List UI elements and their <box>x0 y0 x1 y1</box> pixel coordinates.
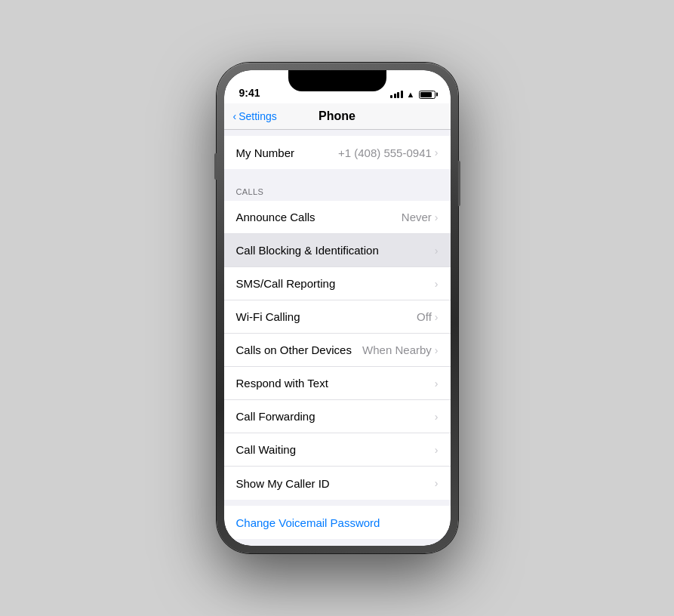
caller-id-label: Show My Caller ID <box>236 477 330 490</box>
announce-calls-value: Never <box>402 211 432 223</box>
calls-other-devices-chevron: › <box>435 344 439 356</box>
phone-device: 9:41 ▲ ‹ Settings Phone <box>217 63 458 553</box>
battery-icon <box>419 91 435 99</box>
call-blocking-right: › <box>435 245 439 257</box>
sms-call-left: SMS/Call Reporting <box>236 277 435 290</box>
my-number-chevron: › <box>435 146 439 159</box>
announce-calls-label: Announce Calls <box>236 211 315 223</box>
scroll-content[interactable]: My Number +1 (408) 555-0941 › CALLS <box>224 130 451 546</box>
wifi-calling-right: Off › <box>417 310 438 323</box>
announce-calls-right: Never › <box>402 211 439 223</box>
voicemail-label: Change Voicemail Password <box>236 516 380 529</box>
wifi-calling-row[interactable]: Wi-Fi Calling Off › <box>224 300 451 334</box>
voicemail-row[interactable]: Change Voicemail Password <box>224 506 451 539</box>
calls-group: Announce Calls Never › Call Blocking & I… <box>224 201 451 500</box>
announce-calls-left: Announce Calls <box>236 211 402 223</box>
wifi-calling-value: Off <box>417 310 432 323</box>
call-blocking-left: Call Blocking & Identification <box>236 244 435 257</box>
calls-other-devices-row[interactable]: Calls on Other Devices When Nearby › <box>224 334 451 367</box>
sms-call-row[interactable]: SMS/Call Reporting › <box>224 267 451 300</box>
back-label: Settings <box>239 110 277 122</box>
call-forwarding-chevron: › <box>435 411 439 423</box>
wifi-calling-label: Wi-Fi Calling <box>236 310 300 323</box>
calls-section-header: CALLS <box>224 175 451 201</box>
my-number-left: My Number <box>236 146 338 159</box>
top-spacer <box>224 130 451 136</box>
status-time: 9:41 <box>239 87 260 99</box>
my-number-label: My Number <box>236 146 295 159</box>
call-forwarding-label: Call Forwarding <box>236 410 315 423</box>
battery-fill <box>420 92 432 97</box>
call-blocking-chevron: › <box>435 245 439 257</box>
wifi-calling-chevron: › <box>435 311 439 323</box>
call-forwarding-left: Call Forwarding <box>236 410 435 423</box>
my-number-row[interactable]: My Number +1 (408) 555-0941 › <box>224 136 451 169</box>
call-blocking-row[interactable]: Call Blocking & Identification › <box>224 234 451 267</box>
announce-calls-row[interactable]: Announce Calls Never › <box>224 201 451 234</box>
caller-id-right: › <box>435 477 439 489</box>
my-number-group: My Number +1 (408) 555-0941 › <box>224 136 451 169</box>
sms-call-chevron: › <box>435 278 439 290</box>
sms-call-label: SMS/Call Reporting <box>236 277 336 290</box>
respond-text-row[interactable]: Respond with Text › <box>224 367 451 400</box>
ios-screen: 9:41 ▲ ‹ Settings Phone <box>224 70 451 546</box>
calls-section: CALLS Announce Calls Never › <box>224 175 451 500</box>
announce-calls-chevron: › <box>435 211 439 223</box>
calls-other-devices-left: Calls on Other Devices <box>236 343 363 356</box>
respond-text-label: Respond with Text <box>236 377 328 390</box>
my-number-right: +1 (408) 555-0941 › <box>338 146 439 159</box>
voicemail-left: Change Voicemail Password <box>236 516 439 529</box>
call-forwarding-row[interactable]: Call Forwarding › <box>224 400 451 433</box>
calls-other-devices-label: Calls on Other Devices <box>236 343 352 356</box>
phone-screen: 9:41 ▲ ‹ Settings Phone <box>224 70 451 546</box>
sms-call-right: › <box>435 278 439 290</box>
wifi-calling-left: Wi-Fi Calling <box>236 310 417 323</box>
respond-text-chevron: › <box>435 377 439 390</box>
call-blocking-label: Call Blocking & Identification <box>236 244 379 257</box>
signal-icon <box>390 91 403 98</box>
call-waiting-chevron: › <box>435 444 439 456</box>
caller-id-row[interactable]: Show My Caller ID › <box>224 467 451 500</box>
back-button[interactable]: ‹ Settings <box>233 110 277 122</box>
calls-other-devices-value: When Nearby <box>362 343 432 356</box>
call-forwarding-right: › <box>435 411 439 423</box>
chevron-left-icon: ‹ <box>233 110 237 122</box>
status-bar: 9:41 ▲ <box>224 70 451 103</box>
my-number-value: +1 (408) 555-0941 <box>338 146 432 159</box>
voicemail-group: Change Voicemail Password <box>224 506 451 539</box>
mid-spacer <box>224 545 451 546</box>
call-waiting-right: › <box>435 444 439 456</box>
respond-text-left: Respond with Text <box>236 377 435 390</box>
respond-text-right: › <box>435 377 439 390</box>
page-title: Phone <box>319 109 355 123</box>
notch <box>288 70 386 91</box>
call-waiting-label: Call Waiting <box>236 443 296 456</box>
status-icons: ▲ <box>390 90 435 99</box>
call-waiting-left: Call Waiting <box>236 443 435 456</box>
caller-id-left: Show My Caller ID <box>236 477 435 490</box>
caller-id-chevron: › <box>435 477 439 489</box>
wifi-icon: ▲ <box>407 90 415 99</box>
call-waiting-row[interactable]: Call Waiting › <box>224 433 451 467</box>
calls-other-devices-right: When Nearby › <box>362 343 438 356</box>
navigation-bar: ‹ Settings Phone <box>224 103 451 130</box>
